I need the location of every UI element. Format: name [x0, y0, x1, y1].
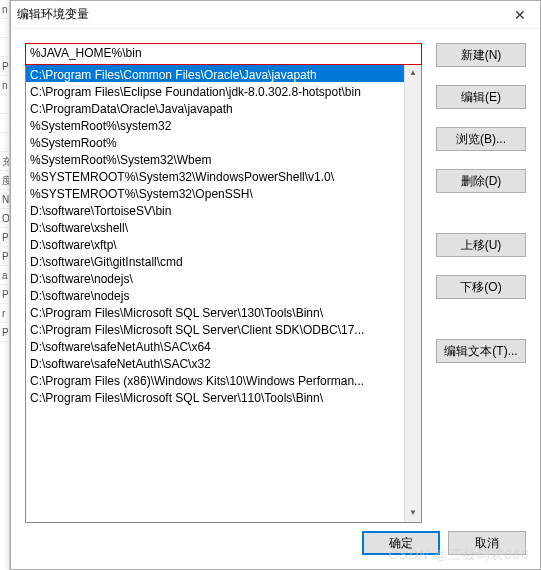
- bg-row: [0, 38, 9, 57]
- path-listbox[interactable]: C:\Program Files\Common Files\Oracle\Jav…: [25, 64, 422, 523]
- new-button[interactable]: 新建(N): [436, 43, 526, 67]
- edit-button[interactable]: 编辑(E): [436, 85, 526, 109]
- list-item[interactable]: C:\Program Files\Microsoft SQL Server\Cl…: [26, 320, 421, 337]
- bg-row: P: [0, 228, 9, 247]
- bg-row: 度: [0, 171, 9, 190]
- list-item[interactable]: D:\software\safeNetAuth\SAC\x64: [26, 337, 421, 354]
- move-up-button[interactable]: 上移(U): [436, 233, 526, 257]
- bg-row: P: [0, 247, 9, 266]
- bg-row: n: [0, 0, 9, 19]
- cancel-button[interactable]: 取消: [448, 531, 526, 555]
- bg-row: P: [0, 57, 9, 76]
- list-item[interactable]: D:\software\safeNetAuth\SAC\x32: [26, 354, 421, 371]
- delete-button[interactable]: 删除(D): [436, 169, 526, 193]
- env-var-dialog: 编辑环境变量 ✕ %JAVA_HOME%\bin C:\Program File…: [10, 0, 541, 570]
- list-item[interactable]: C:\Program Files\Microsoft SQL Server\13…: [26, 303, 421, 320]
- list-item[interactable]: D:\software\nodejs: [26, 286, 421, 303]
- scroll-up-icon[interactable]: ▲: [405, 65, 421, 82]
- list-item[interactable]: C:\Program Files\Eclipse Foundation\jdk-…: [26, 82, 421, 99]
- list-item[interactable]: C:\Program Files\Common Files\Oracle\Jav…: [26, 65, 421, 82]
- scroll-down-icon[interactable]: ▼: [405, 505, 421, 522]
- button-sidebar: 新建(N) 编辑(E) 浏览(B)... 删除(D) 上移(U) 下移(O) 编…: [436, 43, 526, 523]
- bg-row: [0, 133, 9, 152]
- move-down-button[interactable]: 下移(O): [436, 275, 526, 299]
- scrollbar[interactable]: ▲ ▼: [404, 65, 421, 522]
- list-item[interactable]: %SystemRoot%\System32\Wbem: [26, 150, 421, 167]
- bg-row: n: [0, 76, 9, 95]
- list-item[interactable]: C:\Program Files\Microsoft SQL Server\11…: [26, 388, 421, 405]
- bg-row: 充: [0, 152, 9, 171]
- bg-row: O: [0, 209, 9, 228]
- list-item[interactable]: C:\Program Files (x86)\Windows Kits\10\W…: [26, 371, 421, 388]
- list-item[interactable]: D:\software\Git\gitInstall\cmd: [26, 252, 421, 269]
- browse-button[interactable]: 浏览(B)...: [436, 127, 526, 151]
- close-icon[interactable]: ✕: [506, 5, 534, 25]
- background-strip: nPn充度NOPPaPrP: [0, 0, 10, 570]
- list-item[interactable]: D:\software\nodejs\: [26, 269, 421, 286]
- list-item[interactable]: %SYSTEMROOT%\System32\OpenSSH\: [26, 184, 421, 201]
- bg-row: N: [0, 190, 9, 209]
- dialog-content: %JAVA_HOME%\bin C:\Program Files\Common …: [11, 29, 540, 569]
- ok-button[interactable]: 确定: [362, 531, 440, 555]
- bg-row: r: [0, 304, 9, 323]
- path-edit-input[interactable]: %JAVA_HOME%\bin: [25, 43, 422, 65]
- dialog-title: 编辑环境变量: [17, 6, 506, 23]
- list-item[interactable]: D:\software\TortoiseSV\bin: [26, 201, 421, 218]
- list-item[interactable]: %SystemRoot%\system32: [26, 116, 421, 133]
- list-item[interactable]: D:\software\xftp\: [26, 235, 421, 252]
- dialog-footer: 确定 取消: [362, 531, 526, 555]
- list-item[interactable]: %SYSTEMROOT%\System32\WindowsPowerShell\…: [26, 167, 421, 184]
- bg-row: [0, 19, 9, 38]
- titlebar: 编辑环境变量 ✕: [11, 1, 540, 29]
- bg-row: [0, 114, 9, 133]
- list-item[interactable]: %SystemRoot%: [26, 133, 421, 150]
- bg-row: a: [0, 266, 9, 285]
- edit-text-button[interactable]: 编辑文本(T)...: [436, 339, 526, 363]
- bg-row: [0, 95, 9, 114]
- bg-row: P: [0, 323, 9, 342]
- bg-row: P: [0, 285, 9, 304]
- list-item[interactable]: C:\ProgramData\Oracle\Java\javapath: [26, 99, 421, 116]
- list-item[interactable]: D:\software\xshell\: [26, 218, 421, 235]
